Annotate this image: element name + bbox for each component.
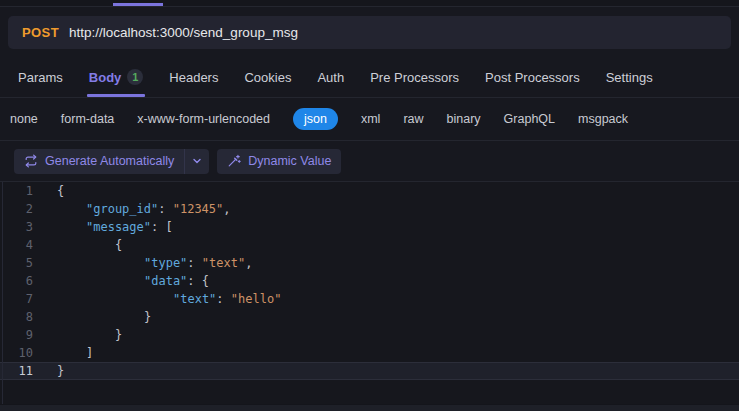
token-punc: } xyxy=(115,326,122,344)
tab-settings[interactable]: Settings xyxy=(606,57,653,97)
request-tabs: Params Body 1 Headers Cookies Auth Pre P… xyxy=(0,57,739,98)
bodytype-none[interactable]: none xyxy=(10,112,38,126)
bodytype-form-data[interactable]: form-data xyxy=(61,112,115,126)
generate-automatically-button[interactable]: Generate Automatically xyxy=(14,149,184,174)
bottom-panel-edge xyxy=(0,404,739,411)
token-punc: : xyxy=(216,290,230,308)
bodytype-row: none form-data x-www-form-urlencoded jso… xyxy=(0,98,739,141)
bodytype-msgpack[interactable]: msgpack xyxy=(578,112,628,126)
url-row: POST http://localhost:3000/send_group_ms… xyxy=(0,7,739,57)
code-line[interactable]: 4{ xyxy=(0,236,739,254)
token-punc: ] xyxy=(86,344,93,362)
active-request-tab-indicator xyxy=(113,3,163,6)
generate-automatically-split-button: Generate Automatically xyxy=(14,149,209,174)
tab-params[interactable]: Params xyxy=(18,57,63,97)
line-number: 9 xyxy=(0,326,33,344)
token-punc: : xyxy=(187,254,201,272)
token-key: "group_id" xyxy=(86,200,158,218)
code-content: "message": [ xyxy=(33,218,173,236)
code-line[interactable]: 3"message": [ xyxy=(0,218,739,236)
token-punc: , xyxy=(245,254,252,272)
code-line[interactable]: 2"group_id": "12345", xyxy=(0,200,739,218)
line-number: 1 xyxy=(0,182,33,200)
refresh-icon xyxy=(24,154,38,168)
code-line[interactable]: 7"text": "hello" xyxy=(0,290,739,308)
tab-pre-processors[interactable]: Pre Processors xyxy=(370,57,459,97)
bodytype-binary[interactable]: binary xyxy=(447,112,481,126)
token-punc: } xyxy=(57,362,64,380)
code-content: } xyxy=(33,362,64,380)
generate-options-button[interactable] xyxy=(185,149,209,174)
line-number: 10 xyxy=(0,344,33,362)
line-number: 8 xyxy=(0,308,33,326)
line-number: 4 xyxy=(0,236,33,254)
body-count-badge: 1 xyxy=(127,69,143,85)
token-key: "message" xyxy=(86,218,151,236)
code-content: } xyxy=(33,308,151,326)
token-punc: : { xyxy=(187,272,209,290)
tab-headers[interactable]: Headers xyxy=(169,57,218,97)
dynamic-value-button[interactable]: Dynamic Value xyxy=(217,149,341,174)
token-str: "12345" xyxy=(173,200,224,218)
token-key: "text" xyxy=(173,290,216,308)
method-label[interactable]: POST xyxy=(22,25,59,40)
tab-post-processors[interactable]: Post Processors xyxy=(485,57,580,97)
token-str: "hello" xyxy=(231,290,282,308)
code-content: { xyxy=(33,236,122,254)
url-input[interactable]: POST http://localhost:3000/send_group_ms… xyxy=(8,16,731,49)
tab-cookies[interactable]: Cookies xyxy=(244,57,291,97)
bodytype-x-www-form-urlencoded[interactable]: x-www-form-urlencoded xyxy=(137,112,270,126)
code-line[interactable]: 10] xyxy=(0,344,739,362)
token-punc: , xyxy=(223,200,230,218)
bodytype-xml[interactable]: xml xyxy=(361,112,380,126)
line-number: 11 xyxy=(0,362,33,380)
bodytype-raw[interactable]: raw xyxy=(403,112,423,126)
token-key: "data" xyxy=(144,272,187,290)
code-content: "data": { xyxy=(33,272,209,290)
line-number: 7 xyxy=(0,290,33,308)
editor-lines: 1{2"group_id": "12345",3"message": [4{5"… xyxy=(0,182,739,380)
token-punc: { xyxy=(57,182,64,200)
token-punc: : [ xyxy=(151,218,173,236)
line-number: 6 xyxy=(0,272,33,290)
chevron-down-icon xyxy=(192,156,202,166)
request-editor: POST http://localhost:3000/send_group_ms… xyxy=(0,0,739,411)
code-line[interactable]: 6"data": { xyxy=(0,272,739,290)
code-line[interactable]: 1{ xyxy=(0,182,739,200)
token-punc: { xyxy=(115,236,122,254)
request-tabbar-edge xyxy=(0,0,739,7)
bodytype-graphql[interactable]: GraphQL xyxy=(504,112,555,126)
code-line[interactable]: 5"type": "text", xyxy=(0,254,739,272)
code-content: ] xyxy=(33,344,93,362)
line-number: 5 xyxy=(0,254,33,272)
active-tab-underline xyxy=(87,94,146,97)
code-line[interactable]: 9} xyxy=(0,326,739,344)
wand-icon xyxy=(227,154,241,168)
code-line[interactable]: 11} xyxy=(0,362,739,380)
token-punc: : xyxy=(158,200,172,218)
code-content: "text": "hello" xyxy=(33,290,281,308)
tab-body[interactable]: Body 1 xyxy=(89,57,144,97)
line-number: 3 xyxy=(0,218,33,236)
code-content: } xyxy=(33,326,122,344)
token-str: "text" xyxy=(202,254,245,272)
bodytype-json[interactable]: json xyxy=(293,108,338,130)
code-line[interactable]: 8} xyxy=(0,308,739,326)
code-content: "group_id": "12345", xyxy=(33,200,231,218)
json-editor[interactable]: 1{2"group_id": "12345",3"message": [4{5"… xyxy=(0,182,739,404)
token-key: "type" xyxy=(144,254,187,272)
token-punc: } xyxy=(144,308,151,326)
code-content: { xyxy=(33,182,64,200)
body-toolbar: Generate Automatically xyxy=(0,141,739,182)
url-text[interactable]: http://localhost:3000/send_group_msg xyxy=(69,25,298,40)
code-content: "type": "text", xyxy=(33,254,252,272)
tab-auth[interactable]: Auth xyxy=(317,57,344,97)
line-number: 2 xyxy=(0,200,33,218)
